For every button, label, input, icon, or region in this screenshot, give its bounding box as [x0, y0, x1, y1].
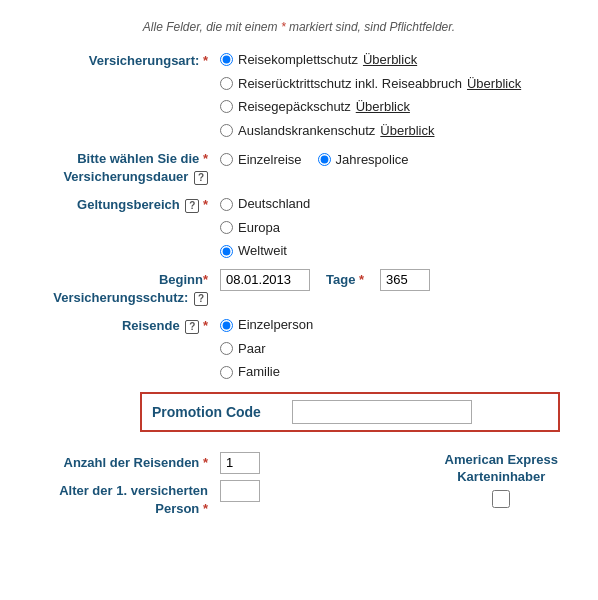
paar-option: Paar: [220, 339, 578, 359]
versicherungsdauer-inline: Einzelreise Jahrespolice: [220, 148, 578, 170]
deutschland-radio[interactable]: [220, 198, 233, 211]
reisende-label: Reisende ? *: [20, 315, 220, 335]
info-line: Alle Felder, die mit einem * markiert si…: [20, 20, 578, 34]
reisegepaeck-link[interactable]: Überblick: [356, 97, 410, 117]
familie-radio[interactable]: [220, 366, 233, 379]
alter-field: [220, 480, 445, 502]
versicherungsdauer-options: Einzelreise Jahrespolice: [220, 148, 578, 170]
info-text-2: markiert sind, sind Pflichtfelder.: [286, 20, 456, 34]
amex-checkbox[interactable]: [492, 490, 510, 508]
anzahl-label: Anzahl der Reisenden *: [20, 452, 220, 472]
beginn-help-icon[interactable]: ?: [194, 292, 208, 306]
einzelperson-option: Einzelperson: [220, 315, 578, 335]
beginn-row: Beginn* Versicherungsschutz: ? Tage *: [20, 269, 578, 307]
versicherungsart-option-3: Auslandskrankenschutz Überblick: [220, 121, 578, 141]
versicherungsart-label: Versicherungsart: *: [20, 50, 220, 70]
anzahl-field: [220, 452, 445, 474]
anzahl-row: Anzahl der Reisenden *: [20, 452, 445, 474]
versicherungsart-radio-0[interactable]: [220, 53, 233, 66]
reisende-options: Einzelperson Paar Familie: [220, 315, 578, 382]
promo-wrapper: Promotion Code: [20, 392, 578, 442]
alter-row: Alter der 1. versicherten Person *: [20, 480, 445, 518]
beginn-input[interactable]: [220, 269, 310, 291]
deutschland-option: Deutschland: [220, 194, 578, 214]
beginn-label: Beginn* Versicherungsschutz: ?: [20, 269, 220, 307]
versicherungsdauer-help-icon[interactable]: ?: [194, 171, 208, 185]
weltweit-option: Weltweit: [220, 241, 578, 261]
einzelreise-radio[interactable]: [220, 153, 233, 166]
familie-option: Familie: [220, 362, 578, 382]
europa-option: Europa: [220, 218, 578, 238]
promotion-input[interactable]: [292, 400, 472, 424]
form-section: Versicherungsart: * Reisekomplettschutz …: [20, 50, 578, 526]
einzelreise-option: Einzelreise: [220, 150, 302, 170]
info-text-1: Alle Felder, die mit einem: [143, 20, 281, 34]
page-container: Alle Felder, die mit einem * markiert si…: [0, 10, 598, 544]
geltungsbereich-row: Geltungsbereich ? * Deutschland Europa W…: [20, 194, 578, 261]
anzahl-amex-row: Anzahl der Reisenden * Alter der 1. vers…: [20, 452, 578, 526]
tage-label: Tage *: [326, 272, 364, 287]
versicherungsart-radio-3[interactable]: [220, 124, 233, 137]
geltungsbereich-help-icon[interactable]: ?: [185, 199, 199, 213]
versicherungsart-option-1: Reiserücktrittschutz inkl. Reiseabbruch …: [220, 74, 578, 94]
versicherungsart-radio-1[interactable]: [220, 77, 233, 90]
versicherungsart-options: Reisekomplettschutz Überblick Reiserückt…: [220, 50, 578, 140]
geltungsbereich-label: Geltungsbereich ? *: [20, 194, 220, 214]
anzahl-alter-section: Anzahl der Reisenden * Alter der 1. vers…: [20, 452, 445, 526]
europa-radio[interactable]: [220, 221, 233, 234]
beginn-inner-row: Tage *: [220, 269, 578, 291]
versicherungsart-option-0: Reisekomplettschutz Überblick: [220, 50, 578, 70]
reisende-help-icon[interactable]: ?: [185, 320, 199, 334]
paar-radio[interactable]: [220, 342, 233, 355]
amex-label: American Express Karteninhaber: [445, 452, 558, 486]
alter-input[interactable]: [220, 480, 260, 502]
reisekomplettschutz-link[interactable]: Überblick: [363, 50, 417, 70]
reiseruecktritt-link[interactable]: Überblick: [467, 74, 521, 94]
auslandskranken-link[interactable]: Überblick: [380, 121, 434, 141]
versicherungsart-option-2: Reisegepäckschutz Überblick: [220, 97, 578, 117]
reisende-row: Reisende ? * Einzelperson Paar Familie: [20, 315, 578, 382]
versicherungsart-radio-2[interactable]: [220, 100, 233, 113]
weltweit-radio[interactable]: [220, 245, 233, 258]
versicherungsdauer-row: Bitte wählen Sie die * Versicherungsdaue…: [20, 148, 578, 186]
versicherungsart-row: Versicherungsart: * Reisekomplettschutz …: [20, 50, 578, 140]
geltungsbereich-options: Deutschland Europa Weltweit: [220, 194, 578, 261]
promotion-label: Promotion Code: [152, 404, 292, 420]
alter-label: Alter der 1. versicherten Person *: [20, 480, 220, 518]
jahrespolice-option: Jahrespolice: [318, 150, 409, 170]
anzahl-input[interactable]: [220, 452, 260, 474]
amex-section: American Express Karteninhaber: [445, 452, 578, 508]
jahrespolice-radio[interactable]: [318, 153, 331, 166]
versicherungsdauer-label: Bitte wählen Sie die * Versicherungsdaue…: [20, 148, 220, 186]
promotion-row: Promotion Code: [140, 392, 560, 432]
beginn-fields: Tage *: [220, 269, 578, 291]
tage-input[interactable]: [380, 269, 430, 291]
einzelperson-radio[interactable]: [220, 319, 233, 332]
